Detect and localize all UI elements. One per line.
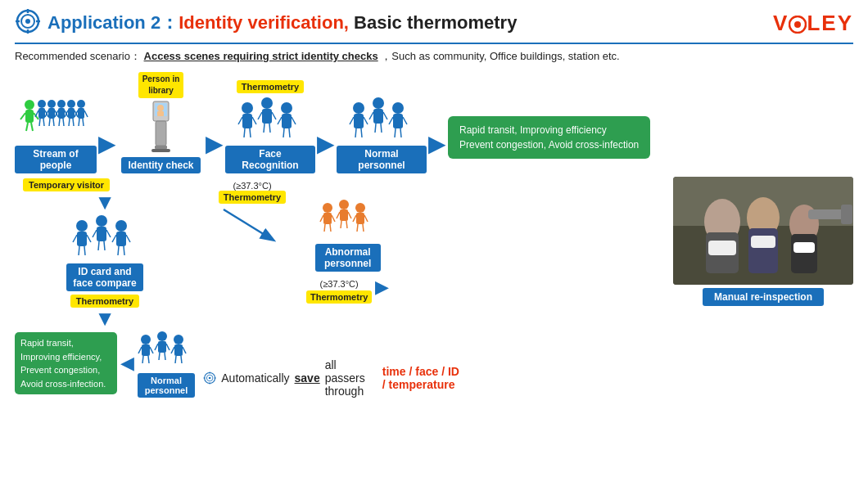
svg-rect-77 — [373, 109, 383, 124]
svg-rect-113 — [158, 341, 166, 353]
svg-line-56 — [244, 128, 245, 137]
svg-point-47 — [157, 105, 164, 111]
normal-bottom-label: Normal personnel — [138, 373, 195, 398]
svg-line-55 — [252, 117, 256, 124]
svg-rect-89 — [77, 232, 87, 246]
svg-line-62 — [264, 124, 264, 133]
svg-line-32 — [63, 119, 64, 126]
node-abnormal: Abnormal personnel — [315, 197, 381, 272]
svg-rect-158 — [751, 236, 775, 248]
svg-line-20 — [43, 119, 44, 126]
svg-point-146 — [209, 377, 211, 380]
abnormal-label: Abnormal personnel — [315, 244, 381, 272]
svg-line-97 — [106, 230, 111, 237]
temp-threshold-top: (≥37.3°C) — [233, 181, 271, 191]
page: Application 2：Identity verification, Bas… — [0, 0, 868, 486]
svg-line-134 — [337, 212, 340, 218]
svg-rect-16 — [38, 108, 45, 119]
svg-line-43 — [79, 119, 79, 126]
abnormal-col: Abnormal personnel (≥37.3°C) Thermometry… — [306, 197, 389, 306]
svg-line-116 — [159, 353, 160, 360]
svg-line-117 — [165, 353, 165, 360]
svg-line-63 — [269, 124, 270, 133]
id-compare-label: ID card and face compare — [66, 263, 142, 291]
svg-rect-22 — [48, 108, 55, 119]
svg-line-69 — [289, 128, 290, 137]
svg-line-74 — [355, 128, 356, 137]
svg-line-44 — [83, 119, 84, 126]
svg-point-64 — [281, 102, 292, 114]
svg-line-73 — [364, 117, 368, 124]
node-id-compare: ID card and face compare — [66, 213, 142, 291]
svg-line-60 — [258, 112, 262, 119]
arrow-2: ▶ — [206, 130, 224, 157]
middle-branch: (≥37.3°C) Thermometry — [203, 177, 465, 398]
svg-line-115 — [166, 344, 170, 350]
svg-line-13 — [26, 123, 28, 131]
svg-line-121 — [183, 347, 186, 353]
svg-point-100 — [115, 220, 127, 232]
arrow-1: ▶ — [98, 130, 116, 157]
person-in-library-tag: Person in library — [138, 72, 184, 98]
save-word: save — [295, 371, 320, 385]
thermometry-tag-2: Thermometry — [219, 191, 286, 204]
svg-rect-71 — [354, 114, 364, 128]
normal-bottom-row: Rapid transit, Improving efficiency, Pre… — [15, 329, 195, 398]
svg-rect-157 — [748, 228, 778, 273]
svg-line-141 — [364, 215, 368, 222]
result-green-box: Rapid transit, Improving efficiency Prev… — [448, 116, 650, 159]
save-highlights: time / face / ID / temperature — [382, 365, 465, 391]
arrow-down-3: ▼ — [94, 308, 115, 329]
svg-line-105 — [124, 246, 124, 255]
svg-rect-95 — [97, 227, 106, 241]
app-num: Application 2： — [47, 12, 179, 33]
svg-rect-51 — [151, 149, 170, 152]
svg-line-38 — [73, 119, 74, 126]
svg-line-57 — [250, 128, 251, 137]
svg-line-84 — [389, 117, 393, 124]
diag-area: (≥37.3°C) Thermometry — [203, 181, 301, 246]
target-icon — [203, 366, 216, 390]
svg-point-27 — [57, 100, 66, 108]
svg-line-37 — [69, 119, 70, 126]
svg-line-123 — [181, 356, 182, 363]
svg-rect-155 — [708, 241, 736, 255]
green-box-bottom: Rapid transit, Improving efficiency, Pre… — [15, 332, 117, 394]
svg-line-104 — [118, 246, 119, 255]
header-icon — [15, 8, 41, 38]
svg-line-68 — [283, 128, 284, 137]
svg-line-78 — [369, 112, 373, 119]
svg-point-138 — [355, 203, 365, 213]
svg-line-87 — [400, 128, 401, 137]
node-normal-top: Normal personnel — [337, 95, 427, 173]
left-branch: Temporary visitor ▼ — [15, 177, 195, 398]
svg-line-130 — [324, 224, 325, 232]
save-line: Automatically save all passers through t… — [203, 347, 465, 398]
svg-line-142 — [357, 224, 358, 232]
svg-line-26 — [53, 119, 54, 126]
svg-line-61 — [272, 112, 276, 119]
svg-line-42 — [84, 110, 88, 117]
svg-line-122 — [175, 356, 176, 363]
svg-rect-101 — [116, 232, 126, 246]
svg-point-70 — [353, 102, 364, 114]
normal-top-label: Normal personnel — [337, 146, 427, 173]
header: Application 2：Identity verification, Bas… — [15, 8, 853, 44]
svg-rect-163 — [841, 205, 852, 224]
svg-rect-50 — [155, 146, 167, 149]
svg-line-85 — [403, 117, 407, 124]
svg-line-93 — [84, 246, 85, 255]
svg-rect-127 — [323, 213, 332, 224]
svg-line-54 — [238, 117, 242, 124]
svg-line-114 — [155, 344, 158, 350]
svg-line-108 — [138, 347, 142, 353]
svg-point-126 — [323, 203, 332, 213]
stream-label: Stream of people — [15, 146, 97, 173]
svg-line-79 — [383, 112, 387, 119]
svg-line-80 — [375, 124, 376, 133]
svg-rect-65 — [282, 114, 292, 128]
svg-rect-107 — [142, 344, 150, 356]
svg-point-8 — [794, 21, 801, 28]
node-normal-bottom: Normal personnel — [138, 329, 195, 398]
svg-rect-133 — [340, 209, 348, 221]
